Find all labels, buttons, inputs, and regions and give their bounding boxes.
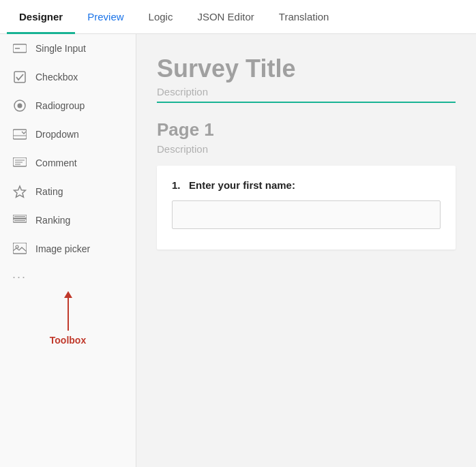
sidebar-item-image-picker[interactable]: Image picker (0, 235, 136, 263)
image-picker-icon (12, 241, 27, 256)
radiogroup-icon (12, 98, 27, 113)
ranking-icon (12, 213, 27, 228)
survey-content: Survey Title Description Page 1 Descript… (136, 34, 476, 467)
sidebar-label-rating: Rating (35, 186, 63, 197)
sidebar-item-single-input[interactable]: Single Input (0, 34, 136, 63)
sidebar-label-single-input: Single Input (35, 43, 86, 54)
toolbox-arrow (68, 297, 69, 331)
sidebar-label-ranking: Ranking (35, 215, 70, 226)
sidebar-label-checkbox: Checkbox (35, 72, 78, 82)
sidebar-label-comment: Comment (35, 157, 77, 168)
question-label: 1. Enter your first name: (172, 179, 441, 191)
sidebar-item-dropdown[interactable]: Dropdown (0, 120, 136, 149)
question-number: 1. (172, 179, 181, 191)
tab-designer[interactable]: Designer (7, 1, 75, 34)
top-nav: Designer Preview Logic JSON Editor Trans… (0, 0, 476, 34)
title-divider (157, 102, 456, 103)
comment-icon (12, 155, 27, 170)
toolbox-label-area: Toolbox (0, 297, 136, 346)
checkbox-icon (12, 70, 27, 85)
sidebar-item-checkbox[interactable]: Checkbox (0, 63, 136, 91)
sidebar-label-dropdown: Dropdown (35, 129, 79, 140)
tab-logic[interactable]: Logic (136, 1, 185, 34)
page-title: Page 1 (157, 119, 456, 140)
question-input-box[interactable] (172, 200, 441, 229)
svg-rect-2 (14, 72, 25, 82)
sidebar-item-comment[interactable]: Comment (0, 149, 136, 177)
main-layout: Single Input Checkbox Radiogroup (0, 34, 476, 467)
sidebar-item-rating[interactable]: Rating (0, 177, 136, 206)
question-text: Enter your first name: (189, 179, 295, 191)
question-card: 1. Enter your first name: (157, 166, 456, 250)
sidebar-label-image-picker: Image picker (35, 243, 90, 254)
svg-rect-5 (13, 130, 27, 139)
more-items-button[interactable]: ··· (0, 263, 136, 291)
tab-translation[interactable]: Translation (267, 1, 342, 34)
tab-json-editor[interactable]: JSON Editor (185, 1, 266, 34)
dropdown-icon (12, 127, 27, 142)
toolbox-sidebar: Single Input Checkbox Radiogroup (0, 34, 136, 467)
tab-preview[interactable]: Preview (75, 1, 136, 34)
svg-point-17 (16, 245, 18, 248)
page-description: Description (157, 143, 456, 155)
sidebar-item-ranking[interactable]: Ranking (0, 206, 136, 235)
single-input-icon (12, 41, 27, 56)
svg-rect-16 (13, 243, 27, 254)
rating-icon (12, 184, 27, 199)
svg-point-4 (18, 104, 23, 108)
toolbox-label: Toolbox (50, 335, 86, 346)
svg-marker-11 (14, 186, 26, 197)
survey-title: Survey Title (157, 55, 456, 83)
sidebar-label-radiogroup: Radiogroup (35, 100, 85, 111)
sidebar-item-radiogroup[interactable]: Radiogroup (0, 91, 136, 120)
survey-description: Description (157, 86, 456, 97)
